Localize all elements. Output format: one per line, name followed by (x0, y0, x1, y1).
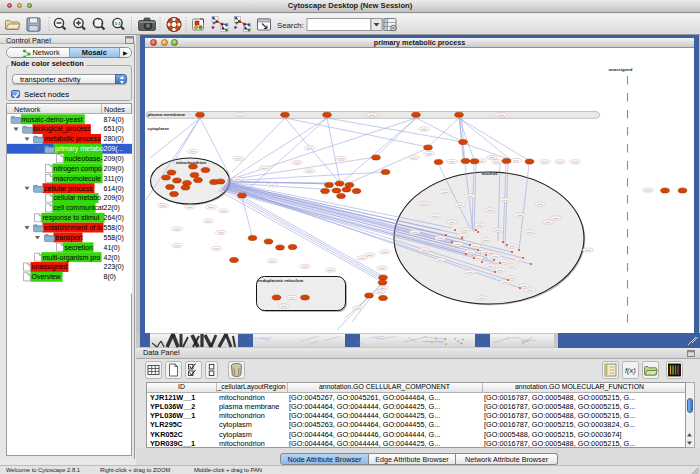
svg-text:22(0): 22(0) (104, 204, 120, 212)
svg-text:Search:: Search: (277, 20, 304, 29)
svg-text:209(0): 209(0) (104, 194, 124, 202)
svg-text:874(0): 874(0) (104, 116, 124, 124)
svg-text:macromolecule: macromolecule (54, 175, 102, 182)
svg-text:209(...: 209(... (104, 145, 124, 153)
svg-text:nucleobase-: nucleobase- (65, 155, 104, 162)
svg-text:f(x): f(x) (625, 366, 636, 375)
svg-text:unassigned: unassigned (609, 67, 633, 72)
svg-text:209(0): 209(0) (104, 165, 124, 173)
svg-text:nitrogen compo: nitrogen compo (54, 165, 102, 173)
svg-text:multi-organism pro: multi-organism pro (43, 254, 101, 262)
svg-text:311(0): 311(0) (104, 175, 124, 183)
svg-text:1:1: 1:1 (115, 21, 122, 26)
svg-text:response to stimul: response to stimul (43, 214, 100, 222)
svg-text:614(0): 614(0) (104, 185, 124, 193)
svg-text:209(0): 209(0) (104, 155, 124, 163)
svg-text:biological_process: biological_process (33, 125, 91, 133)
svg-text:plasma membrane: plasma membrane (148, 112, 186, 117)
svg-text:cellular process: cellular process (44, 185, 93, 193)
svg-text:mitochondrion: mitochondrion (176, 160, 206, 165)
svg-text:223(0): 223(0) (104, 263, 124, 271)
svg-text:metabolic process: metabolic process (44, 135, 101, 143)
svg-text:endoplasmic reticulum: endoplasmic reticulum (258, 278, 304, 283)
svg-text:transport: transport (55, 234, 83, 242)
svg-text:cytoplasm: cytoplasm (148, 126, 169, 131)
svg-text:558(0): 558(0) (104, 224, 124, 232)
svg-text:cell communicat: cell communicat (54, 204, 104, 211)
svg-text:primary metabo: primary metabo (55, 145, 104, 153)
svg-text:264(0): 264(0) (104, 214, 124, 222)
svg-text:establishment of lo: establishment of lo (44, 224, 102, 231)
svg-text:42(0): 42(0) (104, 254, 120, 262)
svg-text:280(0): 280(0) (104, 135, 124, 143)
svg-text:unassigned: unassigned (32, 263, 68, 271)
svg-text:8(0): 8(0) (104, 273, 116, 281)
svg-text:558(0): 558(0) (104, 234, 124, 242)
svg-text:cellular metabo: cellular metabo (54, 194, 102, 201)
svg-text:651(0): 651(0) (104, 125, 124, 133)
svg-text:41(0): 41(0) (104, 244, 120, 252)
svg-text:Overview: Overview (32, 273, 62, 280)
svg-text:secretion: secretion (65, 244, 94, 251)
svg-text:mosaic-demo-yeast: mosaic-demo-yeast (22, 116, 83, 124)
svg-text:nucleus: nucleus (482, 171, 499, 176)
